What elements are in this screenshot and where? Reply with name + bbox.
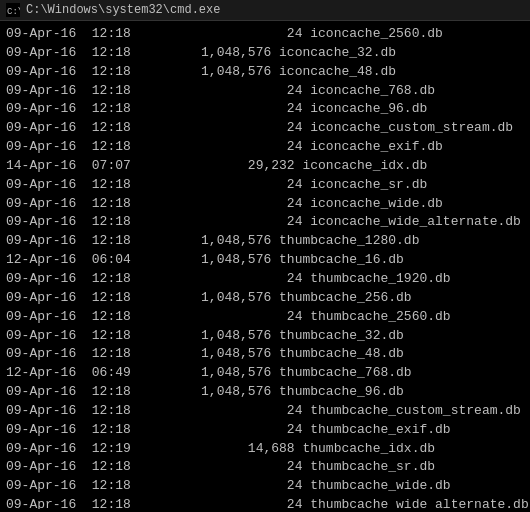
- console-line: 09-Apr-16 12:18 24 thumbcache_1920.db: [6, 270, 524, 289]
- console-line: 09-Apr-16 12:18 1,048,576 iconcache_48.d…: [6, 63, 524, 82]
- console-line: 09-Apr-16 12:18 24 iconcache_sr.db: [6, 176, 524, 195]
- console-line: 09-Apr-16 12:18 24 iconcache_768.db: [6, 82, 524, 101]
- console-line: 09-Apr-16 12:18 24 thumbcache_exif.db: [6, 421, 524, 440]
- console-line: 09-Apr-16 12:18 1,048,576 thumbcache_48.…: [6, 345, 524, 364]
- console-line: 09-Apr-16 12:18 1,048,576 thumbcache_128…: [6, 232, 524, 251]
- console-line: 12-Apr-16 06:04 1,048,576 thumbcache_16.…: [6, 251, 524, 270]
- console-line: 09-Apr-16 12:18 24 thumbcache_wide.db: [6, 477, 524, 496]
- console-line: 09-Apr-16 12:18 24 iconcache_wide_altern…: [6, 213, 524, 232]
- console-line: 09-Apr-16 12:18 24 thumbcache_sr.db: [6, 458, 524, 477]
- console-line: 09-Apr-16 12:19 14,688 thumbcache_idx.db: [6, 440, 524, 459]
- console-line: 09-Apr-16 12:18 1,048,576 thumbcache_256…: [6, 289, 524, 308]
- console-body: 09-Apr-16 12:18 24 iconcache_2560.db09-A…: [0, 21, 530, 509]
- console-line: 09-Apr-16 12:18 1,048,576 iconcache_32.d…: [6, 44, 524, 63]
- console-line: 09-Apr-16 12:18 1,048,576 thumbcache_32.…: [6, 327, 524, 346]
- console-line: 09-Apr-16 12:18 24 iconcache_wide.db: [6, 195, 524, 214]
- console-line: 09-Apr-16 12:18 24 thumbcache_wide_alter…: [6, 496, 524, 509]
- console-line: 09-Apr-16 12:18 24 iconcache_exif.db: [6, 138, 524, 157]
- svg-text:C:\: C:\: [7, 7, 20, 17]
- console-line: 09-Apr-16 12:18 24 iconcache_2560.db: [6, 25, 524, 44]
- console-lines: 09-Apr-16 12:18 24 iconcache_2560.db09-A…: [6, 25, 524, 509]
- console-line: 14-Apr-16 07:07 29,232 iconcache_idx.db: [6, 157, 524, 176]
- console-line: 09-Apr-16 12:18 24 thumbcache_custom_str…: [6, 402, 524, 421]
- title-bar: C:\ C:\Windows\system32\cmd.exe: [0, 0, 530, 21]
- console-line: 09-Apr-16 12:18 24 iconcache_96.db: [6, 100, 524, 119]
- window-title: C:\Windows\system32\cmd.exe: [26, 3, 220, 17]
- console-line: 09-Apr-16 12:18 24 thumbcache_2560.db: [6, 308, 524, 327]
- console-line: 12-Apr-16 06:49 1,048,576 thumbcache_768…: [6, 364, 524, 383]
- console-line: 09-Apr-16 12:18 24 iconcache_custom_stre…: [6, 119, 524, 138]
- cmd-icon: C:\: [6, 3, 20, 17]
- console-line: 09-Apr-16 12:18 1,048,576 thumbcache_96.…: [6, 383, 524, 402]
